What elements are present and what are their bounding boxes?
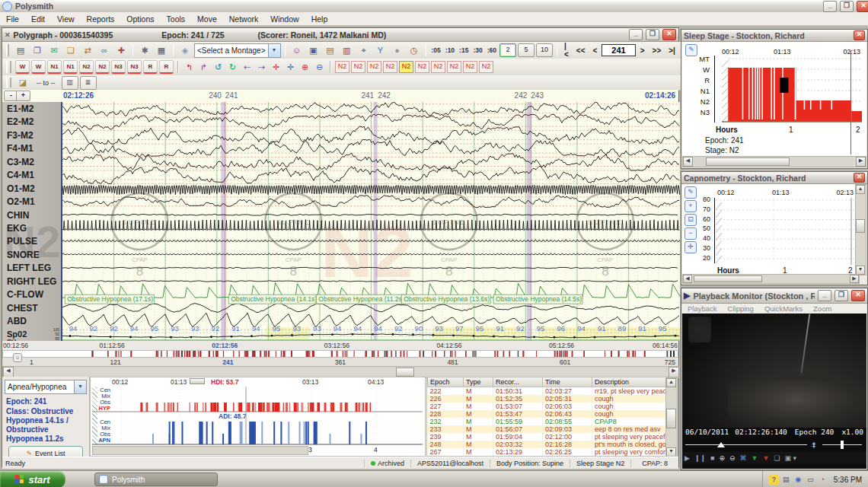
table-row[interactable]: 248M02:03:3202:16:28pt's mouth is closed… <box>428 441 679 448</box>
stage-key-n3-6[interactable]: N3 <box>111 60 126 75</box>
mouse-icon[interactable]: ⌖ <box>356 43 372 58</box>
new-document-icon[interactable]: ▤ <box>13 43 28 58</box>
playback-maximize-button[interactable]: ❐ <box>834 290 848 301</box>
polygraph-maximize-button[interactable]: ❐ <box>646 29 659 40</box>
sleep-stage-scrollbar[interactable]: ◀ ▶ <box>682 156 866 167</box>
play-icon[interactable]: ▶ <box>685 454 690 462</box>
record-icon[interactable]: ● <box>390 43 405 58</box>
event-type-select[interactable]: Apnea/Hypopnea▼ <box>5 380 87 394</box>
capnometry-close-button[interactable]: ✕ <box>854 173 865 183</box>
polygraph-close-button[interactable]: ✕ <box>662 29 676 40</box>
nav-back-2[interactable]: < <box>590 46 601 55</box>
column-recor[interactable]: Recor... <box>493 377 543 387</box>
scroll-thumb[interactable] <box>856 219 865 233</box>
diamond-icon[interactable]: ◈ <box>177 43 193 58</box>
nav-fwd-2[interactable]: >| <box>665 46 678 55</box>
polygraph-titlebar[interactable]: ✕ Polygraph - 000361540395 Epoch: 241 / … <box>2 28 678 42</box>
epoch-input[interactable]: 241 <box>602 44 635 56</box>
apply-range-icon[interactable]: ▥ <box>62 76 78 90</box>
minimize-button[interactable]: _ <box>823 1 837 12</box>
interval-30[interactable]: :30 <box>471 46 483 54</box>
print-icon[interactable]: ▦ <box>154 43 169 58</box>
sleep-stage-titlebar[interactable]: Sleep Stage - Stockton, Richard ✕ <box>681 30 867 42</box>
scroll-down-button[interactable]: ▼ <box>666 447 676 457</box>
table-row[interactable]: 228M01:53:4702:06:43cough <box>428 410 679 418</box>
column-time[interactable]: Time <box>543 377 592 387</box>
scroll-right-button[interactable]: ▶ <box>850 275 859 283</box>
note-icon[interactable]: ✎ <box>685 186 697 199</box>
scroll-thumb[interactable] <box>694 275 762 282</box>
pointer-icon[interactable]: ✛ <box>685 241 697 253</box>
nav-back-0[interactable]: |< <box>561 42 572 59</box>
menu-options[interactable]: Options <box>120 13 160 25</box>
event-table-scrollbar[interactable]: ▲ ▼ <box>665 377 678 457</box>
page-size-2[interactable]: 2 <box>499 43 516 57</box>
scroll-thumb[interactable] <box>706 158 790 166</box>
table-row[interactable]: 222M01:50:3102:03:27rr19, pt sleep very … <box>428 387 679 396</box>
scroll-right-button[interactable]: ▶ <box>856 157 866 167</box>
interval-05[interactable]: :05 <box>430 46 442 54</box>
o2-up-icon[interactable]: ⊕ <box>298 61 311 74</box>
epoch-stage-badge-0[interactable]: N2 <box>335 61 349 73</box>
menu-view[interactable]: View <box>51 13 81 25</box>
workstation-icon[interactable]: ❐ <box>30 43 45 58</box>
display-icon[interactable]: ▭ <box>806 475 815 485</box>
open-folder-icon[interactable]: ❏ <box>63 43 78 58</box>
scroll-left-button[interactable]: ◀ <box>683 275 692 283</box>
nav-fwd-0[interactable]: > <box>637 46 648 55</box>
syringe-icon[interactable]: ✚ <box>113 43 129 58</box>
clock-icon[interactable]: ◷ <box>407 43 422 58</box>
waveform-area[interactable]: N2SUPINECPAP8SUPINECPAP8SUPINECPAP8SUPIN… <box>61 102 680 341</box>
capnometry-hscrollbar[interactable]: ◀ ▶ <box>682 274 860 284</box>
epoch-stage-badge-6[interactable]: N2 <box>431 61 445 73</box>
scroll-right-button[interactable]: ▶ <box>669 367 679 377</box>
epoch-stage-badge-3[interactable]: N2 <box>383 61 397 73</box>
taskbar-task-polysmith[interactable]: Polysmith <box>94 473 218 486</box>
column-epoch[interactable]: Epoch <box>428 377 464 387</box>
stage-key-w-0[interactable]: W <box>15 60 30 75</box>
epoch-stage-badge-4[interactable]: N2 <box>399 61 413 73</box>
nav-fwd-1[interactable]: >> <box>649 46 665 55</box>
menu-window[interactable]: Window <box>264 13 305 25</box>
scroll-left-button[interactable]: ◀ <box>3 367 14 377</box>
video-frame[interactable]: 06/10/2011 02:12:26:140 Epoch 240 x1.00 … <box>682 314 866 469</box>
event-table[interactable]: EpochTypeRecor...TimeDescription222M01:5… <box>427 377 678 456</box>
table-row[interactable]: 267M02:13:2902:26:25pt sleeping very com… <box>428 448 679 456</box>
seek-bar[interactable] <box>685 444 807 445</box>
next-event-icon[interactable]: ⇢ <box>255 61 268 74</box>
restore-button[interactable]: ❐ <box>840 1 854 12</box>
camera-icon[interactable]: ▣ ▾ <box>784 454 796 462</box>
sync-icon[interactable]: ◔ <box>818 475 828 485</box>
montage-select[interactable]: <Select a Montage>▼ <box>194 43 281 58</box>
prev-event-icon[interactable]: ⇠ <box>241 61 254 74</box>
overview-event-strip[interactable] <box>2 350 678 358</box>
transfer-icon[interactable]: ⇄ <box>80 43 95 58</box>
table-row[interactable]: 227M01:53:0702:06:03cough <box>428 403 679 410</box>
histogram-scrollbar[interactable] <box>92 446 308 455</box>
zoom-in-icon[interactable]: + <box>685 200 697 212</box>
zoom-out-icon[interactable]: − <box>685 228 697 240</box>
notes-icon[interactable]: ▤ <box>323 43 338 58</box>
frame-icon[interactable]: ❏ <box>774 454 780 462</box>
stage-key-n1-2[interactable]: N1 <box>47 60 62 75</box>
epoch-stage-badge-2[interactable]: N2 <box>367 61 381 73</box>
playback-titlebar[interactable]: ▶ Playback Monitor (Stockton , Richard) … <box>681 288 867 304</box>
nav-back-1[interactable]: << <box>573 46 589 55</box>
add-red-icon[interactable]: ✛ <box>270 61 282 74</box>
menu-move[interactable]: Move <box>191 13 223 25</box>
undo-icon[interactable]: ↺ <box>212 61 225 74</box>
start-button[interactable]: start <box>0 471 65 487</box>
sleep-stage-close-button[interactable]: ✕ <box>854 30 865 40</box>
redo-icon[interactable]: ↻ <box>226 61 239 74</box>
fit-icon[interactable]: ⊡ <box>685 214 697 226</box>
stage-key-n2-4[interactable]: N2 <box>79 60 94 75</box>
network-icon[interactable]: ◉ <box>793 475 803 485</box>
playback-menu-playback[interactable]: Playback <box>688 304 717 313</box>
patient-icon[interactable]: ☺ <box>289 43 305 58</box>
playback-menu-quickmarks[interactable]: QuickMarks <box>764 304 803 313</box>
menu-file[interactable]: File <box>0 13 25 25</box>
stage-key-w-1[interactable]: W <box>31 60 46 75</box>
menu-help[interactable]: Help <box>305 13 334 25</box>
table-row[interactable]: 239M01:59:0402:12:00pt sleeping very pea… <box>428 433 679 441</box>
playback-minimize-button[interactable]: _ <box>818 290 831 301</box>
